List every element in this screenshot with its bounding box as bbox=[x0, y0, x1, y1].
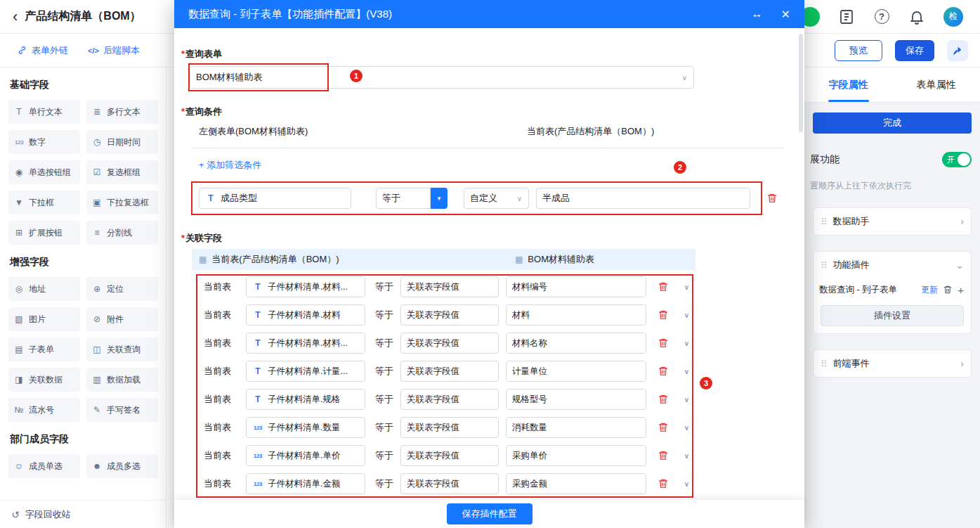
field-item[interactable]: ☻ 成员多选 bbox=[86, 454, 158, 478]
field-item[interactable]: ⊕ 定位 bbox=[86, 277, 158, 301]
row-field-input[interactable]: 123 子件材料清单.单价 bbox=[246, 445, 365, 466]
field-item[interactable]: ◫ 关联查询 bbox=[86, 337, 158, 361]
field-item[interactable]: ✎ 手写签名 bbox=[86, 398, 158, 422]
filter-delete-icon[interactable] bbox=[766, 193, 778, 204]
row-scope-label: 当前表 bbox=[204, 393, 240, 406]
row-mode-select[interactable]: 关联表字段值 bbox=[400, 445, 499, 466]
field-item[interactable]: № 流水号 bbox=[8, 398, 80, 422]
field-type-icon: ☻ bbox=[91, 461, 103, 471]
annotation-badge-2: 2 bbox=[674, 161, 686, 174]
row-mode-select[interactable]: 关联表字段值 bbox=[400, 417, 499, 438]
row-field-input[interactable]: T 子件材料清单.规格 bbox=[246, 389, 365, 410]
tab-field-properties[interactable]: 字段属性 bbox=[804, 67, 892, 102]
tab-form-properties[interactable]: 表单属性 bbox=[892, 67, 980, 102]
filter-value-type-select[interactable]: 自定义 bbox=[464, 188, 529, 209]
relation-rows: 当前表 T 子件材料清单.材料... 等于 关联表字段值 材料编号 bbox=[192, 273, 695, 498]
field-item[interactable]: ≣ 多行文本 bbox=[86, 100, 158, 124]
field-recycle-bin[interactable]: ↺ 字段回收站 bbox=[0, 500, 166, 528]
row-field-input[interactable]: 123 子件材料清单.数量 bbox=[246, 417, 365, 438]
row-delete-icon[interactable] bbox=[658, 281, 669, 292]
row-mode-select[interactable]: 关联表字段值 bbox=[400, 276, 499, 297]
drag-handle-icon[interactable]: ⠿ bbox=[821, 217, 828, 227]
row-mode-select[interactable]: 关联表字段值 bbox=[400, 361, 499, 382]
filter-field-input[interactable]: T 成品类型 bbox=[199, 188, 351, 209]
row-field-input[interactable]: T 子件材料清单.材料... bbox=[246, 333, 365, 354]
field-item[interactable]: ⊘ 附件 bbox=[86, 307, 158, 331]
row-mode-select[interactable]: 关联表字段值 bbox=[400, 389, 499, 410]
row-delete-icon[interactable] bbox=[658, 478, 669, 489]
row-delete-icon[interactable] bbox=[658, 450, 669, 461]
field-item[interactable]: ◷ 日期时间 bbox=[86, 130, 158, 154]
dialog-title: 数据查询 - 到子表单【功能插件配置】(V38) bbox=[174, 8, 752, 21]
field-item[interactable]: ◉ 单选按钮组 bbox=[8, 160, 80, 184]
row-field-input[interactable]: T 子件材料清单.材料... bbox=[246, 276, 365, 297]
row-mode-select[interactable]: 关联表字段值 bbox=[400, 473, 499, 494]
field-item[interactable]: ◨ 关联数据 bbox=[8, 368, 80, 392]
field-item[interactable]: 123 数字 bbox=[8, 130, 80, 154]
row-delete-icon[interactable] bbox=[658, 337, 669, 349]
plugin-name: 数据查询 - 到子表单 bbox=[819, 284, 917, 296]
plugin-add-icon[interactable]: + bbox=[958, 285, 964, 295]
field-item[interactable]: ▤ 子表单 bbox=[8, 337, 80, 361]
card-data-helper[interactable]: ⠿ 数据助手 › bbox=[813, 207, 972, 236]
filter-value-input[interactable]: 半成品 bbox=[536, 188, 750, 209]
row-mode-select[interactable]: 关联表字段值 bbox=[400, 304, 499, 326]
feedback-form-icon[interactable] bbox=[838, 8, 855, 25]
plugin-update-link[interactable]: 更新 bbox=[921, 284, 938, 296]
card-frontend-events[interactable]: ⠿ 前端事件 › bbox=[813, 349, 972, 378]
row-target-select[interactable]: 规格型号 bbox=[506, 389, 646, 410]
field-item[interactable]: ⊞ 扩展按钮 bbox=[8, 221, 80, 245]
field-type-icon: ▣ bbox=[91, 198, 103, 207]
field-item[interactable]: ▥ 数据加载 bbox=[86, 368, 158, 392]
row-target-select[interactable]: 材料名称 bbox=[506, 333, 646, 354]
publish-share-button[interactable] bbox=[947, 40, 968, 61]
expand-icon[interactable]: ↔ bbox=[752, 8, 763, 20]
user-avatar[interactable]: 检 bbox=[943, 7, 963, 27]
extend-function-toggle[interactable]: 开 bbox=[942, 152, 972, 167]
query-form-select[interactable]: BOM材料辅助表 bbox=[190, 66, 694, 89]
toolbar-tab-external-link[interactable]: 表单外链 bbox=[17, 44, 68, 57]
field-item[interactable]: ▣ 下拉复选框 bbox=[86, 191, 158, 214]
notification-bell-icon[interactable] bbox=[908, 8, 925, 25]
save-button[interactable]: 保存 bbox=[895, 40, 934, 61]
row-target-select[interactable]: 采购金额 bbox=[506, 473, 646, 494]
annotation-badge-1: 1 bbox=[350, 70, 362, 82]
row-field-input[interactable]: 123 子件材料清单.金额 bbox=[246, 473, 365, 494]
field-item[interactable]: ≡ 分割线 bbox=[86, 221, 158, 245]
row-field-input[interactable]: T 子件材料清单.材料 bbox=[246, 304, 365, 326]
dialog-scrollbar[interactable] bbox=[799, 34, 803, 132]
plugin-settings-button[interactable]: 插件设置 bbox=[821, 305, 964, 326]
row-target-select[interactable]: 材料编号 bbox=[506, 276, 646, 297]
row-mode-select[interactable]: 关联表字段值 bbox=[400, 333, 499, 354]
field-item[interactable]: ◎ 地址 bbox=[8, 277, 80, 301]
field-item[interactable]: ☑ 复选框组 bbox=[86, 160, 158, 184]
field-item[interactable]: ▧ 图片 bbox=[8, 307, 80, 331]
drag-handle-icon[interactable]: ⠿ bbox=[821, 359, 828, 369]
filter-operator-caret-button[interactable]: ▾ bbox=[431, 188, 447, 209]
help-icon[interactable]: ? bbox=[873, 8, 890, 25]
row-delete-icon[interactable] bbox=[658, 394, 669, 405]
row-delete-icon[interactable] bbox=[658, 366, 669, 377]
done-button[interactable]: 完成 bbox=[813, 112, 972, 134]
toolbar-tab-backend-script[interactable]: </> 后端脚本 bbox=[88, 44, 140, 57]
filter-operator-select[interactable]: 等于 bbox=[376, 188, 431, 209]
close-icon[interactable]: ✕ bbox=[781, 8, 790, 21]
row-target-select[interactable]: 计量单位 bbox=[506, 361, 646, 382]
row-field-input[interactable]: T 子件材料清单.计量... bbox=[246, 361, 365, 382]
function-plugins-header[interactable]: ⠿ 功能插件 ⌄ bbox=[814, 252, 971, 278]
row-target-select[interactable]: 消耗数量 bbox=[506, 417, 646, 438]
save-plugin-config-button[interactable]: 保存插件配置 bbox=[447, 503, 533, 524]
row-delete-icon[interactable] bbox=[658, 422, 669, 433]
add-filter-link[interactable]: + 添加筛选条件 bbox=[199, 159, 261, 172]
field-item[interactable]: T 单行文本 bbox=[8, 100, 80, 124]
drag-handle-icon[interactable]: ⠿ bbox=[821, 260, 828, 271]
row-target-select[interactable]: 材料 bbox=[506, 304, 646, 326]
field-item[interactable]: ▼ 下拉框 bbox=[8, 191, 80, 214]
properties-panel: 字段属性 表单属性 完成 展功能 开 置顺序从上往下依次执行完 ⠿ 数据助手 ›… bbox=[804, 67, 980, 528]
preview-button[interactable]: 预览 bbox=[835, 40, 882, 61]
plugin-delete-icon[interactable] bbox=[942, 284, 953, 295]
row-target-select[interactable]: 采购单价 bbox=[506, 445, 646, 466]
back-icon[interactable]: ‹ bbox=[13, 9, 18, 25]
field-item[interactable]: ☺ 成员单选 bbox=[8, 454, 80, 478]
row-delete-icon[interactable] bbox=[658, 309, 669, 321]
